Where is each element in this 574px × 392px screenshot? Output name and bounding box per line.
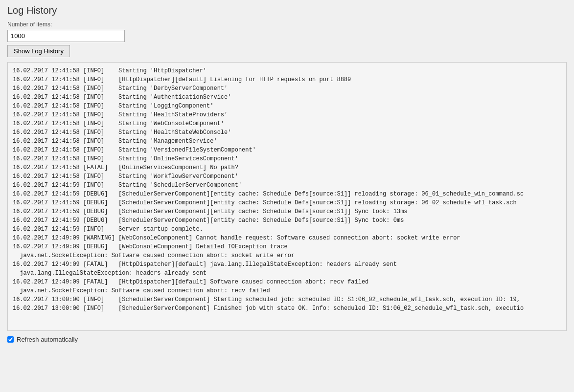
items-input[interactable] xyxy=(7,30,125,42)
page-title: Log History xyxy=(7,5,567,16)
items-label: Number of items: xyxy=(7,21,567,28)
refresh-checkbox[interactable] xyxy=(7,336,14,343)
show-log-history-button[interactable]: Show Log History xyxy=(7,45,70,57)
log-output: 16.02.2017 12:41:58 [INFO] Starting 'Htt… xyxy=(7,62,567,331)
refresh-label: Refresh automatically xyxy=(17,336,78,343)
